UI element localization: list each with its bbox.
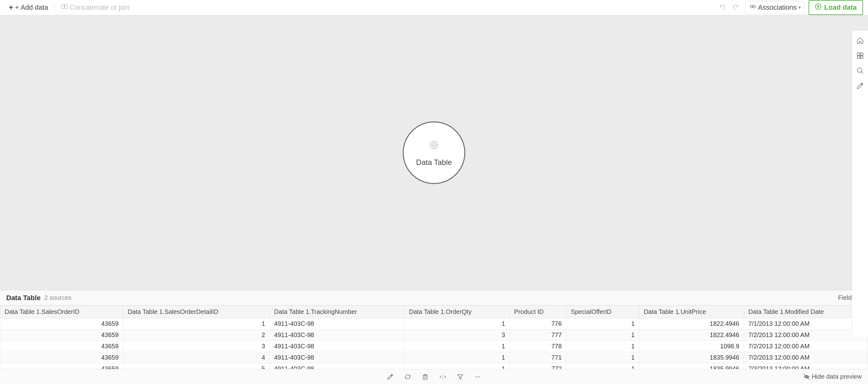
hide-preview-button[interactable]: Hide data preview (804, 373, 862, 380)
main-toolbar: + + Add data Concatenate or join (0, 0, 868, 15)
data-table-node-icon (427, 139, 441, 155)
column-header[interactable]: Data Table 1.OrderQty (405, 306, 510, 318)
table-cell: 7/3/2013 12:00:00 AM (744, 363, 868, 369)
column-header[interactable]: Data Table 1.UnitPrice (639, 306, 744, 318)
table-cell: 43659 (0, 318, 123, 329)
associations-button[interactable]: Associations ▾ (745, 1, 805, 14)
svg-point-22 (476, 376, 476, 377)
load-data-label: Load data (824, 3, 857, 11)
svg-rect-1 (65, 5, 67, 8)
svg-line-16 (861, 72, 863, 73)
bottom-panel: Data Table 2 sources Fields: 8 Data Tabl… (0, 290, 868, 384)
svg-rect-0 (62, 5, 64, 8)
table-row[interactable]: 4365934911-403C-98177811098.97/2/2013 12… (0, 341, 868, 352)
column-header[interactable]: Data Table 1.TrackingNumber (270, 306, 405, 318)
associations-icon (749, 3, 756, 12)
concatenate-icon (61, 3, 68, 12)
table-body: 4365914911-403C-98177611822.49467/1/2013… (0, 318, 868, 369)
table-row[interactable]: 4365954911-403C-98177211835.99467/3/2013… (0, 363, 868, 369)
table-cell: 7/2/2013 12:00:00 AM (744, 341, 868, 352)
svg-point-23 (477, 376, 478, 377)
table-cell: 1 (566, 341, 639, 352)
add-data-button[interactable]: + + Add data (5, 1, 52, 14)
table-header: Data Table 1.SalesOrderIDData Table 1.Sa… (0, 306, 868, 318)
svg-line-26 (804, 374, 809, 379)
table-cell: 4911-403C-98 (270, 329, 405, 341)
table-cell: 1 (405, 363, 510, 369)
data-table-node[interactable]: Data Table (403, 121, 465, 184)
table-cell: 1 (405, 318, 510, 329)
column-header[interactable]: Product ID (510, 306, 566, 318)
table-title: Data Table 2 sources (6, 294, 71, 302)
table-row[interactable]: 4365944911-403C-98177111835.99467/2/2013… (0, 352, 868, 363)
undo-button[interactable] (717, 2, 728, 13)
sidebar-grid-button[interactable] (854, 50, 866, 62)
svg-rect-13 (857, 56, 860, 59)
hide-preview-label: Hide data preview (812, 373, 862, 380)
table-cell: 4911-403C-98 (270, 363, 405, 369)
svg-rect-17 (423, 375, 427, 379)
more-button[interactable] (472, 371, 484, 383)
right-sidebar (852, 31, 868, 337)
table-cell: 43659 (0, 341, 123, 352)
table-cell: 1835.9946 (639, 352, 744, 363)
add-icon: + (9, 3, 13, 12)
table-cell: 1098.9 (639, 341, 744, 352)
table-cell: 1 (566, 329, 639, 341)
table-cell: 7/2/2013 12:00:00 AM (744, 352, 868, 363)
svg-point-3 (750, 5, 753, 8)
toolbar-right: Associations ▾ Load data (717, 0, 863, 15)
add-data-label: + Add data (15, 3, 48, 11)
load-data-circle-icon (815, 3, 822, 12)
table-cell: 1835.9946 (639, 363, 744, 369)
table-cell: 4911-403C-98 (270, 341, 405, 352)
table-cell: 5 (123, 363, 270, 369)
column-header[interactable]: Data Table 1.SalesOrderID (0, 306, 123, 318)
table-row[interactable]: 4365924911-403C-98377711822.49467/2/2013… (0, 329, 868, 341)
column-header[interactable]: Data Table 1.SalesOrderDetailID (123, 306, 270, 318)
table-row[interactable]: 4365914911-403C-98177611822.49467/1/2013… (0, 318, 868, 329)
table-cell: 4 (123, 352, 270, 363)
table-cell: 1 (566, 318, 639, 329)
table-cell: 1 (405, 341, 510, 352)
refresh-button[interactable] (402, 371, 414, 383)
concatenate-join-button[interactable]: Concatenate or join (57, 1, 133, 14)
table-cell: 4911-403C-98 (270, 352, 405, 363)
table-cell: 43659 (0, 329, 123, 341)
table-cell: 43659 (0, 352, 123, 363)
toolbar-left: + + Add data Concatenate or join (5, 1, 133, 14)
table-cell: 3 (405, 329, 510, 341)
split-button[interactable] (437, 371, 449, 383)
svg-rect-14 (861, 56, 863, 59)
table-cell: 776 (510, 318, 566, 329)
canvas-area[interactable]: Data Table (0, 15, 868, 290)
bottom-panel-header: Data Table 2 sources Fields: 8 (0, 290, 868, 305)
filter-button[interactable] (454, 371, 466, 383)
table-cell: 1 (123, 318, 270, 329)
svg-marker-21 (458, 375, 463, 379)
column-header[interactable]: Data Table 1.Modified Date (744, 306, 868, 318)
sources-badge: 2 sources (44, 294, 72, 301)
table-cell: 778 (510, 341, 566, 352)
sidebar-search-button[interactable] (854, 64, 866, 77)
column-header[interactable]: SpecialOfferID (566, 306, 639, 318)
svg-rect-11 (857, 53, 860, 55)
table-cell: 4911-403C-98 (270, 318, 405, 329)
edit-button[interactable] (384, 371, 396, 383)
sidebar-edit-button[interactable] (854, 80, 866, 92)
table-cell: 1 (566, 363, 639, 369)
table-cell: 1 (405, 352, 510, 363)
sidebar-home-button[interactable] (854, 34, 866, 47)
data-table-node-label: Data Table (416, 158, 452, 167)
load-data-button[interactable]: Load data (809, 0, 863, 15)
data-table-container[interactable]: Data Table 1.SalesOrderIDData Table 1.Sa… (0, 305, 868, 369)
redo-button[interactable] (730, 2, 742, 13)
delete-button[interactable] (419, 371, 431, 383)
svg-point-24 (479, 376, 480, 377)
svg-rect-12 (861, 53, 863, 55)
bottom-toolbar-center (384, 371, 484, 383)
data-table: Data Table 1.SalesOrderIDData Table 1.Sa… (0, 305, 868, 369)
bottom-toolbar-right: Hide data preview (804, 373, 862, 380)
table-cell: 43659 (0, 363, 123, 369)
bottom-toolbar: Hide data preview (0, 369, 868, 384)
